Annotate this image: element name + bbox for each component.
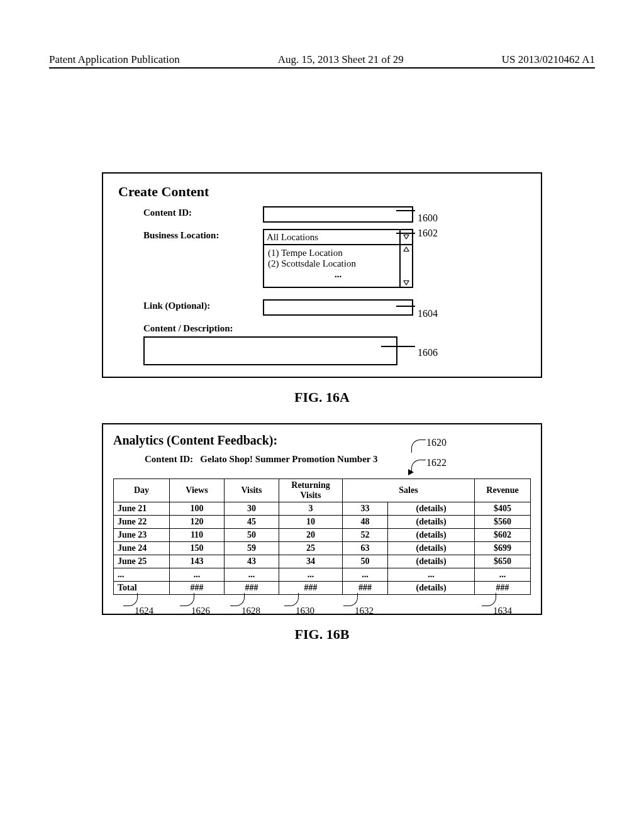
th-views: Views (170, 479, 225, 502)
link-input[interactable] (263, 299, 413, 316)
row-business-location: Business Location: All Locations (1) Tem… (118, 229, 528, 288)
callout-curve (343, 593, 358, 606)
label-description: Content / Description: (118, 322, 263, 334)
cell-details[interactable]: ... (388, 568, 475, 582)
fig-16a-panel: Create Content Content ID: Business Loca… (102, 172, 542, 378)
cell-views: 120 (170, 516, 225, 529)
cell-visits: 30 (225, 502, 279, 516)
cell-details[interactable]: (details) (388, 555, 475, 568)
cell-sales: 48 (343, 516, 388, 529)
cell-returning: 3 (279, 502, 343, 516)
cell-day: June 24 (114, 542, 170, 555)
cell-returning: 20 (279, 529, 343, 542)
callout-1622: 1622 (426, 457, 447, 468)
th-visits: Visits (225, 479, 279, 502)
cell-day: June 22 (114, 516, 170, 529)
callout-line (396, 306, 415, 307)
th-day: Day (114, 479, 170, 502)
content-id-input[interactable] (263, 206, 413, 223)
cell-visits: 50 (225, 529, 279, 542)
cell-sales: 63 (343, 542, 388, 555)
cell-views: 143 (170, 555, 225, 568)
create-content-title: Create Content (118, 184, 528, 200)
dropdown-selected: All Locations (264, 230, 412, 245)
scroll-down-icon[interactable] (403, 280, 409, 285)
table-row: June 22120451048(details)$560 (114, 516, 531, 529)
scroll-up-icon[interactable] (403, 246, 409, 252)
cell-views: 150 (170, 542, 225, 555)
callout-curve (230, 593, 245, 606)
cell-returning: 10 (279, 516, 343, 529)
callout-1634: 1634 (493, 606, 512, 616)
row-link: Link (Optional): (118, 299, 528, 316)
dropdown-more: ... (268, 269, 408, 280)
th-sales: Sales (343, 479, 475, 502)
cell-sales: 50 (343, 555, 388, 568)
header-right: US 2013/0210462 A1 (502, 53, 595, 66)
callout-1630: 1630 (296, 606, 314, 616)
callout-1606: 1606 (418, 347, 438, 358)
callout-line (396, 233, 415, 234)
cell-details[interactable]: (details) (388, 529, 475, 542)
row-description: Content / Description: (118, 322, 528, 334)
table-row: June 23110502052(details)$602 (114, 529, 531, 542)
cell-sales: ... (343, 568, 388, 582)
cell-details[interactable]: (details) (388, 542, 475, 555)
callout-curve (180, 593, 194, 606)
header-center: Aug. 15, 2013 Sheet 21 of 29 (278, 53, 404, 66)
sub-value: Gelato Shop! Summer Promotion Number 3 (200, 454, 377, 464)
table-row: June 2110030333(details)$405 (114, 502, 531, 516)
table-row: June 24150592563(details)$699 (114, 542, 531, 555)
cell-revenue: $602 (475, 529, 531, 542)
description-textarea[interactable] (143, 336, 397, 365)
label-content-id: Content ID: (118, 206, 263, 218)
callout-1620: 1620 (426, 437, 447, 448)
th-returning: Returning Visits (279, 479, 343, 502)
cell-visits: 59 (225, 542, 279, 555)
cell-views: ... (170, 568, 225, 582)
arrow-icon (408, 469, 414, 475)
patent-page: Patent Application Publication Aug. 15, … (0, 0, 644, 830)
th-revenue: Revenue (475, 479, 531, 502)
callout-1604: 1604 (418, 308, 438, 319)
scrollbar[interactable] (399, 245, 412, 287)
table-row: ..................... (114, 568, 531, 582)
cell-revenue: $560 (475, 516, 531, 529)
fig-16a-caption: FIG. 16A (49, 389, 595, 406)
analytics-title: Analytics (Content Feedback): (113, 433, 531, 448)
table-row: June 25143433450(details)$650 (114, 555, 531, 568)
cell-visits: ... (225, 568, 279, 582)
cell-day: ... (114, 568, 170, 582)
dropdown-option-2[interactable]: (2) Scottsdale Location (268, 258, 408, 269)
cell-views: 110 (170, 529, 225, 542)
cell-details[interactable]: (details) (388, 502, 475, 516)
callout-1632: 1632 (355, 606, 374, 616)
callout-curve (123, 593, 138, 606)
cell-returning: 34 (279, 555, 343, 568)
cell-day: Total (114, 582, 170, 595)
callout-curve (284, 593, 299, 606)
callout-1624: 1624 (135, 606, 153, 616)
cell-returning: 25 (279, 542, 343, 555)
callout-curve (482, 593, 496, 606)
cell-returning: ... (279, 568, 343, 582)
label-business-location: Business Location: (118, 229, 263, 241)
cell-visits: 43 (225, 555, 279, 568)
sub-label: Content ID: (145, 454, 193, 464)
cell-revenue: $699 (475, 542, 531, 555)
cell-day: June 23 (114, 529, 170, 542)
cell-day: June 21 (114, 502, 170, 516)
fig-16b-panel: Analytics (Content Feedback): Content ID… (102, 423, 542, 615)
callout-1628: 1628 (242, 606, 260, 616)
cell-views: 100 (170, 502, 225, 516)
business-location-dropdown[interactable]: All Locations (1) Tempe Location (2) Sco… (263, 229, 413, 288)
callout-1600: 1600 (418, 213, 438, 224)
dropdown-list[interactable]: (1) Tempe Location (2) Scottsdale Locati… (264, 245, 412, 287)
cell-details[interactable]: (details) (388, 516, 475, 529)
cell-views: ### (170, 582, 225, 595)
dropdown-option-1[interactable]: (1) Tempe Location (268, 248, 408, 258)
header-left: Patent Application Publication (49, 53, 180, 66)
cell-details[interactable]: (details) (388, 582, 475, 595)
analytics-table: Day Views Visits Returning Visits Sales … (113, 479, 531, 595)
fig-16b-caption: FIG. 16B (49, 626, 595, 643)
